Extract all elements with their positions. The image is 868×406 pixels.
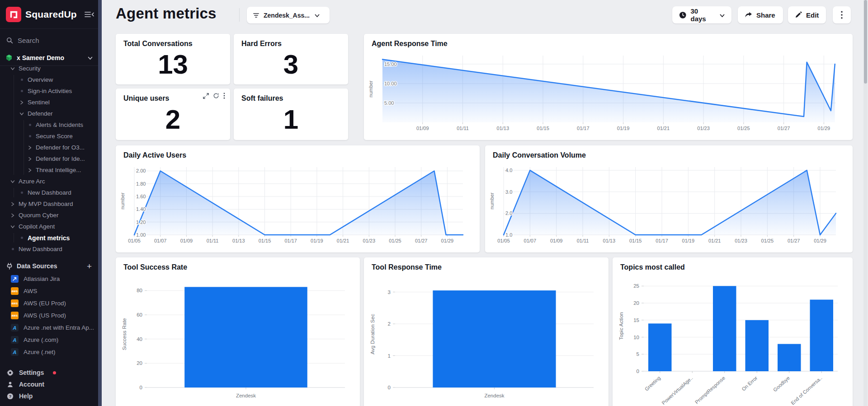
sidebar-item-alerts-incidents[interactable]: Alerts & Incidents	[0, 119, 98, 131]
kpi-value: 3	[234, 48, 348, 84]
svg-text:5.00: 5.00	[384, 100, 394, 106]
svg-text:Greeting: Greeting	[644, 375, 661, 392]
edit-button[interactable]: Edit	[788, 6, 826, 23]
svg-text:01/25: 01/25	[389, 238, 401, 243]
tool-success-rate-chart[interactable]: 020406080ZendeskSuccess Rate	[119, 275, 357, 406]
svg-text:01/23: 01/23	[735, 238, 747, 243]
svg-text:0: 0	[388, 385, 391, 390]
sidebar-item-defender[interactable]: Defender	[0, 108, 98, 119]
svg-text:On Error: On Error	[741, 375, 759, 392]
svg-text:?: ?	[9, 394, 11, 398]
chevron-down-icon	[88, 54, 93, 61]
sidebar-item-secure-score[interactable]: Secure Score	[0, 131, 98, 142]
bullet-icon	[21, 191, 23, 194]
sidebar-item-overview[interactable]: Overview	[0, 74, 98, 85]
daily-active-users-chart[interactable]: 01/0501/0701/0901/1101/1301/1501/1701/19…	[119, 163, 476, 250]
sidebar-item-sentinel[interactable]: Sentinel	[0, 97, 98, 108]
sidebar-item-help[interactable]: ?Help	[0, 390, 98, 402]
svg-text:Success Rate: Success Rate	[122, 318, 127, 350]
svg-text:Goodbye: Goodbye	[772, 375, 791, 393]
sidebar-item-quorum-cyber[interactable]: Quorum Cyber	[0, 210, 98, 221]
svg-text:3.0: 3.0	[505, 189, 512, 195]
filter-value: Zendesk_Ass...	[264, 12, 310, 19]
sidebar-item-sign-in-activities[interactable]: Sign-in Activities	[0, 85, 98, 97]
dashboard-filter-dropdown[interactable]: Zendesk_Ass...	[247, 7, 330, 23]
title-divider	[239, 8, 240, 22]
share-label: Share	[756, 11, 775, 19]
svg-text:number: number	[489, 192, 495, 210]
aws-icon: aws	[11, 312, 19, 319]
workspace-selector[interactable]: x Sameer Demo	[0, 50, 98, 66]
sidebar-item-label: New Dashboard	[28, 189, 71, 196]
data-source-azure-com[interactable]: AAzure (.com)	[0, 334, 98, 346]
data-source-atlassian-jira[interactable]: Atlassian Jira	[0, 273, 98, 285]
data-source-aws-eu-prod[interactable]: awsAWS (EU Prod)	[0, 297, 98, 309]
svg-text:15.00: 15.00	[384, 61, 397, 67]
svg-text:01/21: 01/21	[708, 238, 721, 243]
svg-text:4.0: 4.0	[505, 168, 512, 173]
agent-response-time-svg: 01/0901/1101/1301/1501/1701/1901/2101/23…	[367, 51, 849, 138]
daily-active-users-svg: 01/0501/0701/0901/1101/1301/1501/1701/19…	[119, 163, 476, 250]
azure-icon: A	[11, 336, 19, 344]
kpi-tile-soft-failures: Soft failures 1	[234, 89, 348, 140]
kebab-icon[interactable]	[223, 93, 225, 99]
daily-conversation-volume-svg: 01/0501/0701/0901/1101/1301/1501/1701/19…	[488, 163, 849, 250]
sidebar-item-label: Overview	[28, 76, 53, 83]
refresh-icon[interactable]	[213, 93, 219, 99]
app-window: SquaredUp Search x Sameer Demo SecurityO…	[0, 0, 868, 406]
search-input[interactable]: Search	[0, 33, 98, 47]
more-options-button[interactable]	[833, 6, 851, 23]
chevron-down-icon	[720, 11, 725, 19]
help-icon: ?	[7, 393, 14, 400]
kpi-value: 2	[116, 103, 230, 140]
sidebar-item-threat-intellige[interactable]: Threat Intellige...	[0, 164, 98, 176]
svg-text:0: 0	[140, 385, 142, 390]
search-placeholder: Search	[18, 37, 39, 44]
sidebar-item-label: Defender	[28, 110, 53, 117]
main-scrollbar-thumb[interactable]	[864, 0, 867, 84]
data-source-aws[interactable]: awsAWS	[0, 285, 98, 297]
topics-most-called-chart[interactable]: 0510152025GreetingPowerVirtualAge..Promp…	[616, 275, 849, 406]
tile-title: Tool Success Rate	[116, 257, 360, 271]
time-range-button[interactable]: 30 days	[672, 6, 731, 23]
sidebar-item-account[interactable]: Account	[0, 378, 98, 390]
data-source-label: Atlassian Jira	[24, 275, 60, 282]
add-data-source-button[interactable]: +	[87, 262, 92, 271]
sidebar-item-new-dashboard[interactable]: New Dashboard	[0, 187, 98, 198]
expand-icon[interactable]	[203, 93, 209, 99]
sidebar-item-azure-arc[interactable]: Azure Arc	[0, 176, 98, 187]
sidebar-item-label: Defender for O3...	[36, 144, 85, 151]
svg-text:01/07: 01/07	[154, 238, 167, 243]
daily-conversation-volume-chart[interactable]: 01/0501/0701/0901/1101/1301/1501/1701/19…	[488, 163, 849, 250]
data-source-aws-us-prod[interactable]: awsAWS (US Prod)	[0, 309, 98, 322]
azure-icon: A	[11, 348, 19, 356]
sidebar-item-defender-for-ide[interactable]: Defender for Ide...	[0, 153, 98, 164]
svg-text:1.40: 1.40	[136, 206, 146, 212]
share-button[interactable]: Share	[738, 6, 783, 23]
svg-text:1.00: 1.00	[136, 232, 146, 238]
sidebar-item-label: Security	[19, 65, 41, 72]
data-source-label: Azure (.com)	[24, 336, 58, 343]
tool-success-rate-svg: 020406080ZendeskSuccess Rate	[119, 275, 357, 406]
svg-text:1.20: 1.20	[136, 219, 146, 225]
data-source-azure-net-with-entra-ap[interactable]: AAzure .net with Entra Ap...	[0, 322, 98, 334]
sidebar-item-my-mvp-dashboard[interactable]: My MVP Dashboard	[0, 198, 98, 210]
tile-actions	[203, 93, 225, 99]
sidebar-item-settings[interactable]: Settings	[0, 367, 98, 378]
filter-icon	[253, 12, 259, 19]
agent-response-time-chart[interactable]: 01/0901/1101/1301/1501/1701/1901/2101/23…	[367, 51, 849, 138]
svg-text:01/15: 01/15	[629, 238, 642, 243]
sidebar-item-defender-for-o3[interactable]: Defender for O3...	[0, 142, 98, 153]
svg-text:5: 5	[637, 351, 639, 357]
kebab-icon	[841, 11, 843, 19]
sidebar-item-label: Help	[19, 392, 33, 400]
svg-text:20: 20	[633, 300, 639, 306]
tool-response-time-chart[interactable]: 0123ZendeskAvg Duration Sec	[367, 275, 605, 406]
sidebar-item-agent-metrics[interactable]: Agent metrics	[0, 232, 98, 243]
sidebar-item-new-dashboard[interactable]: New Dashboard	[0, 243, 98, 255]
sidebar-collapse-button[interactable]	[85, 11, 94, 18]
main-scrollbar[interactable]	[863, 0, 868, 406]
sidebar-item-copilot-agent[interactable]: Copilot Agent	[0, 221, 98, 232]
data-source-azure-net[interactable]: AAzure (.net)	[0, 346, 98, 358]
sidebar-scrollbar[interactable]	[98, 0, 102, 406]
